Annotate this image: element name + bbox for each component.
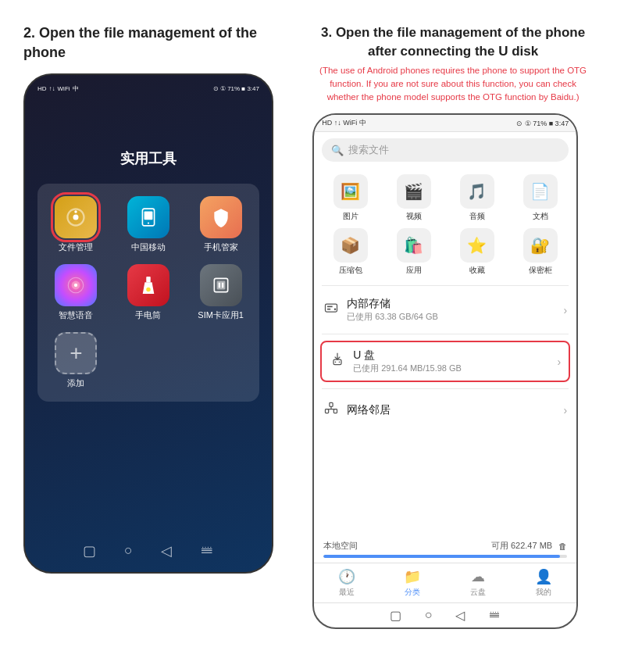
local-space-row: 本地空间 可用 622.47 MB 🗑 [314,534,576,553]
add-icon: + [55,332,97,374]
right-nav-menu-icon: ⩸ [488,608,501,623]
tab-mine-label: 我的 [536,587,551,598]
storage-bar-fill [323,555,560,558]
svg-point-4 [148,223,149,224]
tab-cloud[interactable]: ☁ 云盘 [445,568,511,598]
tab-category-label: 分类 [405,587,420,598]
svg-point-0 [73,215,79,220]
svg-rect-13 [218,283,219,288]
internal-storage-item[interactable]: 内部存储 已使用 63.38 GB/64 GB › [314,289,576,331]
local-space-free: 可用 622.47 MB [491,540,552,552]
apps-icon: 🛍️ [397,228,431,263]
network-item[interactable]: 网络邻居 › [314,392,576,427]
images-label: 图片 [343,211,358,222]
app-item-files[interactable]: 文件管理 [45,196,107,253]
udisk-chevron-icon: › [557,356,561,368]
files-label: 文件管理 [59,241,93,253]
svg-rect-3 [144,212,153,220]
svg-rect-12 [216,281,225,290]
svg-rect-24 [330,403,333,407]
sim-icon [200,264,242,306]
udisk-icon [330,352,345,371]
trash-icon[interactable]: 🗑 [558,542,567,551]
left-phone-navbar: ▢ ○ ◁ ⩸ [25,539,272,563]
svg-rect-17 [327,309,330,310]
right-nav-circle-icon: ○ [425,608,433,623]
tab-category[interactable]: 📁 分类 [380,568,445,598]
apps-grid: 文件管理 中国移动 [37,184,259,402]
udisk-storage-highlighted: U 盘 已使用 291.64 MB/15.98 GB › [320,341,570,382]
right-statusbar-left: HD ↑↓ WiFi 中 [322,118,366,128]
left-statusbar-left: HD ↑↓ WiFi 中 [37,84,79,93]
nav-square-icon: ▢ [83,542,96,559]
guard-label: 手机管家 [204,241,238,253]
add-label: 添加 [67,377,84,389]
internal-storage-name: 内部存储 [347,297,438,311]
favorites-icon: ⭐ [460,228,494,263]
network-info: 网络邻居 [347,403,391,417]
category-zip[interactable]: 📦 压缩包 [322,228,379,276]
search-bar[interactable]: 🔍 搜索文件 [322,138,569,162]
right-statusbar: HD ↑↓ WiFi 中 ⊙ ① 71% ■ 3:47 [314,115,576,132]
svg-rect-8 [146,277,151,282]
left-statusbar-right: ⊙ ① 71% ■ 3:47 [213,85,259,92]
right-nav-triangle-icon: ◁ [455,608,465,623]
docs-label: 文档 [533,211,548,222]
nav-menu-icon: ⩸ [200,542,214,559]
voice-icon [55,264,97,306]
app-item-mobile[interactable]: 中国移动 [118,196,180,253]
svg-point-10 [146,288,151,292]
network-item-left: 网络邻居 [323,400,391,420]
app-item-flashlight[interactable]: 手电筒 [118,264,180,321]
category-images[interactable]: 🖼️ 图片 [322,174,379,222]
app-item-sim[interactable]: SIM卡应用1 [190,264,251,321]
favorites-label: 收藏 [469,265,485,276]
tab-recent[interactable]: 🕐 最近 [314,568,380,598]
udisk-storage-item[interactable]: U 盘 已使用 291.64 MB/15.98 GB › [322,342,569,381]
apps-label: 应用 [406,265,422,276]
video-icon: 🎬 [397,174,431,209]
category-audio[interactable]: 🎵 音频 [448,174,505,222]
app-item-guard[interactable]: 手机管家 [190,196,251,253]
tab-recent-label: 最近 [339,587,355,598]
udisk-storage-info: U 盘 已使用 291.64 MB/15.98 GB [353,349,462,374]
mobile-label: 中国移动 [131,241,166,253]
svg-point-18 [334,309,337,311]
category-video[interactable]: 🎬 视频 [385,174,442,222]
left-phone-content: 实用工具 文件管理 [31,95,266,409]
svg-rect-23 [333,409,337,413]
app-item-add[interactable]: + 添加 [45,332,107,389]
network-icon [323,400,339,420]
category-docs[interactable]: 📄 文档 [512,174,569,222]
svg-point-7 [74,284,77,287]
nav-circle-icon: ○ [124,542,133,559]
app-item-voice[interactable]: 智慧语音 [45,264,107,321]
category-safe[interactable]: 🔐 保密柜 [512,228,569,276]
file-categories-row2: 📦 压缩包 🛍️ 应用 ⭐ 收藏 🔐 保密柜 [314,225,576,282]
files-icon [55,196,97,238]
internal-storage-used: 已使用 63.38 GB/64 GB [347,311,438,323]
divider-1 [322,285,569,286]
file-categories-row1: 🖼️ 图片 🎬 视频 🎵 音频 📄 文档 [314,168,576,225]
left-phone-page-title: 实用工具 [37,149,259,168]
svg-rect-15 [326,304,337,312]
storage-bar [323,555,567,558]
docs-icon: 📄 [523,174,558,209]
category-apps[interactable]: 🛍️ 应用 [385,228,442,276]
audio-icon: 🎵 [460,174,494,209]
udisk-storage-name: U 盘 [353,349,462,363]
left-statusbar: HD ↑↓ WiFi 中 ⊙ ① 71% ■ 3:47 [31,83,266,95]
audio-label: 音频 [469,211,485,222]
category-favorites[interactable]: ⭐ 收藏 [448,228,505,276]
sim-label: SIM卡应用1 [198,309,244,321]
nav-triangle-icon: ◁ [161,542,172,559]
tab-mine[interactable]: 👤 我的 [511,568,576,598]
zip-label: 压缩包 [339,265,362,276]
svg-point-1 [75,211,78,214]
flashlight-label: 手电筒 [135,309,161,321]
internal-storage-icon [323,300,339,320]
svg-rect-16 [327,306,333,308]
zip-icon: 📦 [333,228,368,263]
tab-category-icon: 📁 [404,568,421,585]
right-subtitle: (The use of Android phones requires the … [312,64,594,105]
